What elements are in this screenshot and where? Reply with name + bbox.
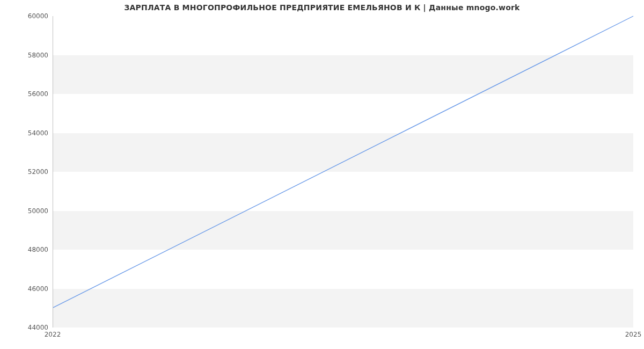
y-tick-label: 44000 [5,324,48,331]
y-tick-label: 48000 [5,246,48,253]
chart-title: ЗАРПЛАТА В МНОГОПРОФИЛЬНОЕ ПРЕДПРИЯТИЕ Е… [0,3,644,12]
y-tick-label: 52000 [5,168,48,176]
series-line [53,16,633,308]
salary-line-chart: ЗАРПЛАТА В МНОГОПРОФИЛЬНОЕ ПРЕДПРИЯТИЕ Е… [0,0,644,349]
y-tick-label: 54000 [5,129,48,137]
y-tick-label: 50000 [5,207,48,215]
x-tick-label: 2025 [625,331,642,338]
line-layer [53,16,633,327]
y-tick-label: 58000 [5,52,48,59]
y-tick-label: 46000 [5,285,48,293]
y-tick-label: 60000 [5,12,48,20]
x-tick-label: 2022 [45,331,61,338]
y-tick-label: 56000 [5,90,48,98]
plot-area [53,16,633,328]
